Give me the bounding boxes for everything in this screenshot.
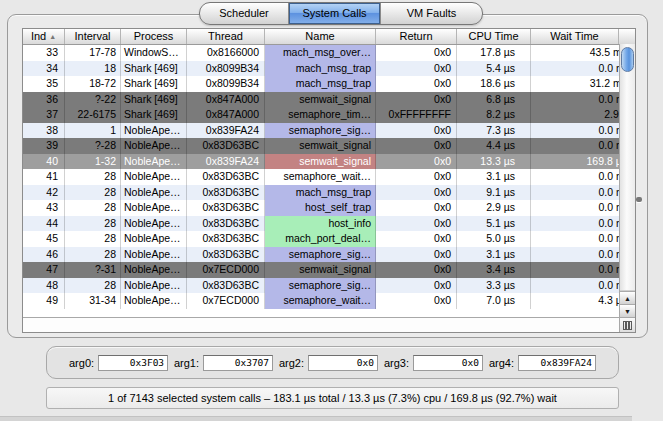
cell-thread: 0x7ECD000 (187, 293, 265, 309)
cell-interval: 28 (65, 247, 121, 263)
cell-interval: 28 (65, 200, 121, 216)
scroll-up-button[interactable]: ▲ (620, 291, 635, 304)
column-header-ind[interactable]: Ind ▲ (23, 29, 65, 44)
cell-thread: 0x83D63BC (187, 200, 265, 216)
table-row[interactable]: 33 17-78 WindowS… 0x8166000 mach_msg_ove… (23, 45, 635, 61)
cell-interval: ?-31 (65, 262, 121, 278)
column-header-cpu-time[interactable]: CPU Time (457, 29, 531, 44)
cell-return: 0xFFFFFFFF (376, 107, 457, 123)
cell-cpu-time: 7.3 µs (457, 123, 531, 139)
cell-return: 0x0 (376, 123, 457, 139)
scroll-down-button[interactable]: ▼ (620, 304, 635, 317)
cell-interval: 28 (65, 216, 121, 232)
cell-return: 0x0 (376, 61, 457, 77)
table-header-row: Ind ▲ Interval Process Thread Name Retur… (23, 29, 635, 45)
cell-return: 0x0 (376, 262, 457, 278)
arg3-field[interactable] (413, 355, 483, 371)
cell-return: 0x0 (376, 231, 457, 247)
arg2-field[interactable] (308, 355, 378, 371)
cell-thread: 0x83D63BC (187, 247, 265, 263)
cell-cpu-time: 13.3 µs (457, 154, 531, 170)
cell-ind: 49 (23, 293, 65, 309)
table-row[interactable]: 38 1 NobleApe… 0x839FA24 semaphore_sig… … (23, 123, 635, 139)
cell-interval: 1-32 (65, 154, 121, 170)
table-row[interactable]: 47 ?-31 NobleApe… 0x7ECD000 semwait_sign… (23, 262, 635, 278)
cell-ind: 46 (23, 247, 65, 263)
scroll-down-icon: ▼ (624, 308, 631, 315)
cell-cpu-time: 4.4 µs (457, 138, 531, 154)
cell-process: NobleApe… (121, 247, 187, 263)
cell-ind: 34 (23, 61, 65, 77)
cell-process: Shark [469] (121, 107, 187, 123)
cell-interval: 28 (65, 185, 121, 201)
cell-ind: 38 (23, 123, 65, 139)
cell-name: semwait_signal (265, 138, 376, 154)
cell-ind: 42 (23, 185, 65, 201)
table-row[interactable]: 48 28 NobleApe… 0x83D63BC semaphore_sig…… (23, 278, 635, 294)
cell-process: NobleApe… (121, 185, 187, 201)
view-tab-bar: Scheduler System Calls VM Faults (199, 2, 483, 25)
table-row[interactable]: 41 28 NobleApe… 0x83D63BC semaphore_wait… (23, 169, 635, 185)
cell-thread: 0x7ECD000 (187, 262, 265, 278)
cell-cpu-time: 9.1 µs (457, 185, 531, 201)
arg1-field[interactable] (203, 355, 273, 371)
cell-process: NobleApe… (121, 138, 187, 154)
cell-interval: 22-6175 (65, 107, 121, 123)
cell-process: NobleApe… (121, 278, 187, 294)
column-header-return[interactable]: Return (376, 29, 457, 44)
arg4-field[interactable] (518, 355, 596, 371)
table-row[interactable]: 39 ?-28 NobleApe… 0x83D63BC semwait_sign… (23, 138, 635, 154)
table-row[interactable]: 46 28 NobleApe… 0x83D63BC semaphore_sig…… (23, 247, 635, 263)
cell-cpu-time: 8.2 µs (457, 107, 531, 123)
table-row[interactable]: 40 1-32 NobleApe… 0x839FA24 semwait_sign… (23, 154, 635, 170)
column-header-wait-time[interactable]: Wait Time (531, 29, 619, 44)
arg2-group: arg2: (279, 355, 378, 371)
column-header-thread[interactable]: Thread (187, 29, 265, 44)
cell-name: mach_msg_trap (265, 185, 376, 201)
cell-ind: 33 (23, 45, 65, 61)
table-row[interactable]: 36 ?-22 Shark [469] 0x847A000 semwait_si… (23, 92, 635, 108)
table-row[interactable]: 44 28 NobleApe… 0x83D63BC host_info 0x0 … (23, 216, 635, 232)
table-row[interactable]: 34 18 Shark [469] 0x8099B34 mach_msg_tra… (23, 61, 635, 77)
column-header-process[interactable]: Process (121, 29, 187, 44)
cell-process: NobleApe… (121, 200, 187, 216)
table-row[interactable]: 49 31-34 NobleApe… 0x7ECD000 semaphore_w… (23, 293, 635, 309)
cell-cpu-time: 7.0 µs (457, 293, 531, 309)
cell-name: semwait_signal (265, 92, 376, 108)
cell-return: 0x0 (376, 138, 457, 154)
arg2-label: arg2: (279, 357, 304, 369)
cell-process: WindowS… (121, 45, 187, 61)
cell-interval: 28 (65, 169, 121, 185)
arg1-label: arg1: (174, 357, 199, 369)
cell-interval: 1 (65, 123, 121, 139)
table-row[interactable]: 43 28 NobleApe… 0x83D63BC host_self_trap… (23, 200, 635, 216)
vertical-scrollbar[interactable]: ▲ ▼ (619, 44, 635, 317)
cell-interval: 31-34 (65, 293, 121, 309)
column-header-interval[interactable]: Interval (65, 29, 121, 44)
cell-interval: 28 (65, 278, 121, 294)
column-header-name[interactable]: Name (265, 29, 376, 44)
cell-process: Shark [469] (121, 76, 187, 92)
splitter-dimple[interactable] (636, 197, 642, 202)
cell-interval: ?-28 (65, 138, 121, 154)
cell-return: 0x0 (376, 293, 457, 309)
horizontal-scrollbar[interactable] (23, 317, 635, 332)
tab-system-calls[interactable]: System Calls (288, 3, 380, 24)
scrollbar-thumb[interactable] (621, 47, 634, 72)
cell-process: NobleApe… (121, 262, 187, 278)
cell-return: 0x0 (376, 185, 457, 201)
tab-scheduler[interactable]: Scheduler (200, 3, 288, 24)
table-row[interactable]: 37 22-6175 Shark [469] 0x847A000 semapho… (23, 107, 635, 123)
cell-interval: 17-78 (65, 45, 121, 61)
table-row[interactable]: 35 18-72 Shark [469] 0x8099B34 mach_msg_… (23, 76, 635, 92)
cell-thread: 0x847A000 (187, 107, 265, 123)
cell-name: mach_msg_trap (265, 61, 376, 77)
scrollbar-track[interactable] (620, 44, 635, 291)
cell-return: 0x0 (376, 92, 457, 108)
tab-vm-faults[interactable]: VM Faults (380, 3, 482, 24)
table-row[interactable]: 42 28 NobleApe… 0x83D63BC mach_msg_trap … (23, 185, 635, 201)
cell-process: NobleApe… (121, 154, 187, 170)
table-row[interactable]: 45 28 NobleApe… 0x83D63BC mach_port_deal… (23, 231, 635, 247)
arg0-field[interactable] (98, 355, 168, 371)
column-header-label: Ind (31, 29, 46, 44)
